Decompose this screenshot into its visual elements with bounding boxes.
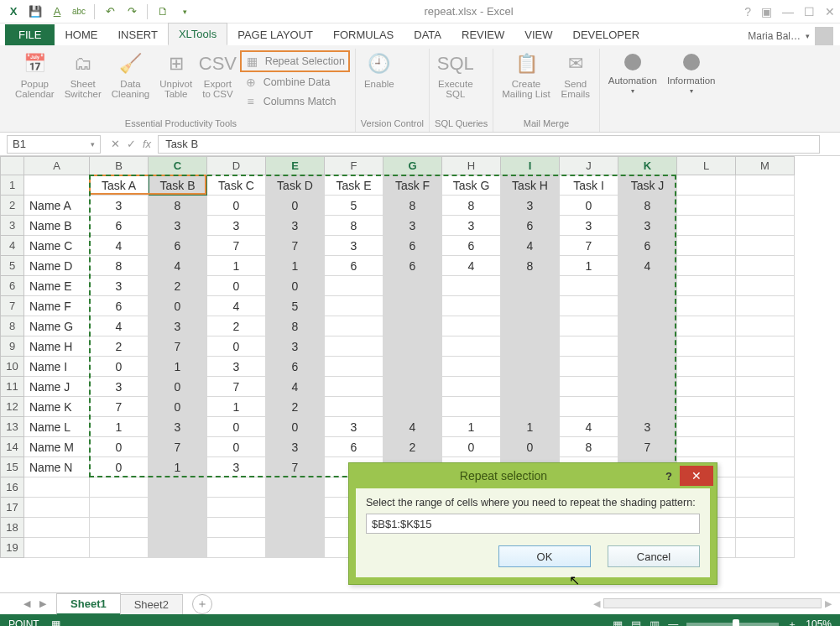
cell[interactable]: Name G	[24, 316, 90, 336]
cell[interactable]: 2	[90, 336, 149, 357]
row-header-18[interactable]: 18	[1, 518, 24, 538]
zoom-out-icon[interactable]: —	[668, 618, 678, 626]
cell[interactable]: 4	[442, 256, 501, 276]
cell[interactable]	[24, 498, 90, 518]
cell[interactable]: 7	[618, 437, 677, 457]
row-header-13[interactable]: 13	[1, 417, 24, 437]
cell[interactable]	[618, 296, 677, 316]
cell[interactable]	[560, 296, 618, 316]
cell[interactable]	[266, 477, 325, 498]
cell[interactable]	[618, 397, 677, 417]
cell[interactable]: Task I	[560, 175, 618, 196]
cell[interactable]: 4	[90, 236, 149, 256]
cell[interactable]: 3	[266, 216, 325, 236]
row-header-7[interactable]: 7	[1, 296, 24, 316]
cell[interactable]: 0	[90, 437, 149, 457]
cell[interactable]	[501, 357, 560, 377]
cell[interactable]: 3	[90, 276, 149, 296]
cell[interactable]	[677, 256, 736, 276]
cancel-formula-icon[interactable]: ✕	[111, 138, 120, 150]
cell[interactable]	[736, 538, 795, 558]
cell[interactable]: 8	[90, 256, 149, 276]
cell[interactable]: 3	[266, 336, 325, 357]
export-csv-button[interactable]: CSVExport to CSV	[199, 49, 236, 117]
cell[interactable]	[442, 276, 501, 296]
cell[interactable]	[442, 397, 501, 417]
cell[interactable]	[24, 538, 90, 558]
row-header-11[interactable]: 11	[1, 377, 24, 397]
cell[interactable]: Name J	[24, 377, 90, 397]
cell[interactable]	[736, 377, 795, 397]
row-header-10[interactable]: 10	[1, 357, 24, 377]
col-header-J[interactable]: J	[560, 157, 618, 175]
fx-icon[interactable]: fx	[143, 138, 151, 150]
tab-formulas[interactable]: FORMULAS	[323, 24, 404, 45]
cell[interactable]: Task D	[266, 175, 325, 196]
cell[interactable]: 1	[442, 417, 501, 437]
cell[interactable]: 8	[325, 216, 383, 236]
cell[interactable]	[24, 175, 90, 196]
macro-record-icon[interactable]: ▦	[51, 618, 60, 626]
cell[interactable]: 1	[266, 256, 325, 276]
cell[interactable]	[266, 498, 325, 518]
cell[interactable]: 8	[442, 196, 501, 216]
cell[interactable]: 0	[501, 437, 560, 457]
cell[interactable]: Name L	[24, 417, 90, 437]
cell[interactable]	[24, 477, 90, 498]
cell[interactable]	[677, 397, 736, 417]
cell[interactable]: Task B	[149, 175, 207, 196]
row-header-2[interactable]: 2	[1, 196, 24, 216]
cell[interactable]: Name E	[24, 276, 90, 296]
font-icon[interactable]: A	[49, 3, 65, 20]
cell[interactable]	[149, 498, 207, 518]
maximize-icon[interactable]: ☐	[804, 5, 815, 18]
cell[interactable]: 7	[266, 457, 325, 477]
cell[interactable]: Name C	[24, 236, 90, 256]
cell[interactable]: 0	[207, 336, 266, 357]
cell[interactable]	[677, 196, 736, 216]
cell[interactable]	[207, 498, 266, 518]
cell[interactable]: 7	[149, 336, 207, 357]
cell[interactable]: 3	[383, 216, 442, 236]
cell[interactable]: Task F	[383, 175, 442, 196]
cell[interactable]: 4	[149, 256, 207, 276]
cell[interactable]: Name B	[24, 216, 90, 236]
information-button[interactable]: Information▾	[664, 49, 719, 117]
cell[interactable]: Task E	[325, 175, 383, 196]
tab-data[interactable]: DATA	[404, 24, 451, 45]
cell[interactable]: 6	[325, 256, 383, 276]
cell[interactable]: Task G	[442, 175, 501, 196]
cell[interactable]: 3	[560, 216, 618, 236]
cell[interactable]: 0	[90, 357, 149, 377]
cell[interactable]	[501, 377, 560, 397]
cell[interactable]	[442, 296, 501, 316]
col-header-C[interactable]: C	[149, 157, 207, 175]
tab-insert[interactable]: INSERT	[107, 24, 167, 45]
cell[interactable]	[442, 357, 501, 377]
cell[interactable]	[501, 336, 560, 357]
ok-button[interactable]: OK	[498, 545, 591, 567]
cell[interactable]: 4	[501, 236, 560, 256]
cell[interactable]	[383, 357, 442, 377]
cell[interactable]: 4	[90, 316, 149, 336]
cell[interactable]	[736, 437, 795, 457]
cell[interactable]	[325, 336, 383, 357]
cell[interactable]	[736, 296, 795, 316]
row-header-14[interactable]: 14	[1, 437, 24, 457]
cell[interactable]: 3	[90, 377, 149, 397]
name-box[interactable]: B1▾	[7, 135, 101, 154]
cell[interactable]: 4	[266, 377, 325, 397]
cancel-button[interactable]: Cancel	[608, 545, 700, 567]
redo-icon[interactable]: ↷	[123, 3, 140, 20]
data-cleaning-button[interactable]: 🧹Data Cleaning	[108, 49, 153, 117]
cell[interactable]	[383, 296, 442, 316]
tab-home[interactable]: HOME	[55, 24, 107, 45]
dialog-close-button[interactable]: ✕	[680, 466, 713, 486]
cell[interactable]	[207, 518, 266, 538]
select-all-corner[interactable]	[1, 157, 24, 175]
enter-formula-icon[interactable]: ✓	[127, 138, 136, 150]
execute-sql-button[interactable]: SQLExecute SQL	[435, 49, 477, 117]
cell[interactable]	[325, 397, 383, 417]
undo-icon[interactable]: ↶	[102, 3, 118, 20]
cell[interactable]	[442, 336, 501, 357]
